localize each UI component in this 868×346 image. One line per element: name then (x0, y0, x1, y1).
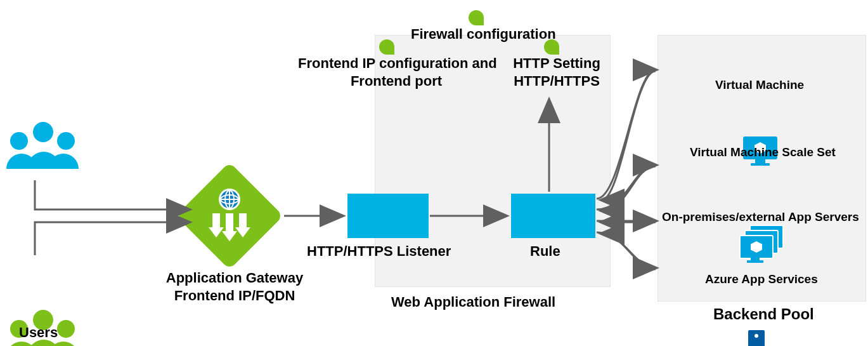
onprem-label: On-premises/external App Servers (662, 210, 859, 225)
application-gateway-label: Application Gateway Frontend IP/FQDN (162, 269, 308, 304)
svg-marker-5 (209, 227, 224, 237)
users-label: Users (19, 324, 58, 342)
application-gateway-icon (191, 178, 268, 254)
virtual-machine-label: Virtual Machine (715, 77, 804, 93)
http-setting-label: HTTP Setting HTTP/HTTPS (503, 55, 611, 90)
vmss-icon (739, 225, 781, 262)
svg-rect-8 (239, 213, 247, 227)
svg-marker-7 (222, 231, 237, 241)
svg-rect-6 (226, 213, 233, 231)
server-icon (743, 330, 779, 346)
backend-pool-label: Backend Pool (713, 305, 814, 324)
rule-label: Rule (530, 243, 560, 260)
appsvc-label: Azure App Services (705, 272, 818, 287)
frontend-config-label: Frontend IP configuration and Frontend p… (298, 55, 495, 90)
http-listener-label: HTTP/HTTPS Listener (307, 243, 451, 260)
svg-marker-9 (235, 227, 250, 237)
firewall-config-label: Firewall configuration (411, 25, 556, 43)
http-listener-box (347, 194, 429, 238)
leaf-icon (469, 10, 484, 25)
leaf-icon (379, 39, 394, 55)
waf-label: Web Application Firewall (391, 293, 555, 311)
svg-rect-4 (212, 213, 220, 227)
vmss-label: Virtual Machine Scale Set (690, 145, 836, 160)
rule-box (511, 194, 595, 238)
diagram-canvas: Users Application G (0, 0, 868, 346)
users-icon (6, 122, 77, 169)
